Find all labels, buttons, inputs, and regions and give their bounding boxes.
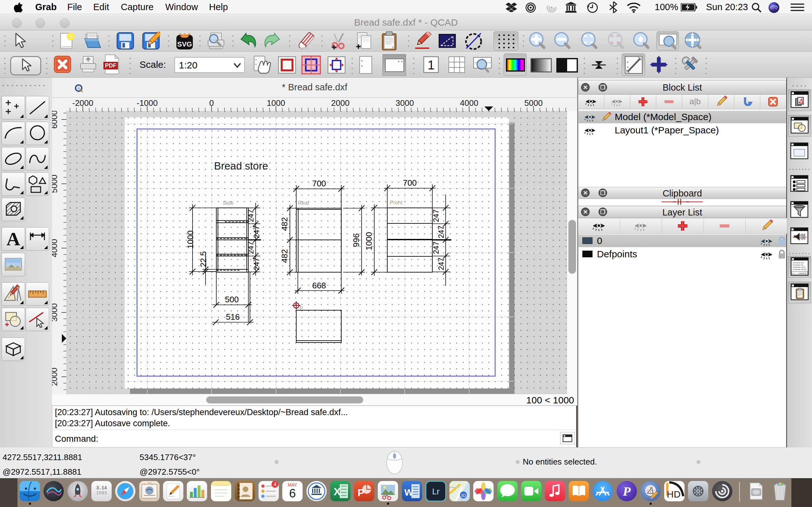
svg-text:Command: new: Command: new (793, 262, 804, 264)
svg-text:Command: line: Command: line (793, 264, 803, 266)
svg-text:4: 4 (274, 482, 276, 487)
svg-text:Lr: Lr (432, 487, 439, 496)
svg-text:Rear: Rear (298, 200, 310, 206)
svg-text:6: 6 (289, 487, 296, 500)
svg-text:Coordinate: 50,100: Coordinate: 50,100 (793, 268, 806, 270)
svg-text:Coordinate: 10,40: Coordinate: 10,40 (793, 266, 805, 268)
svg-text:5000: 5000 (52, 175, 59, 193)
svg-text:Bread store: Bread store (214, 160, 268, 172)
svg-text:P: P (623, 484, 631, 498)
svg-text:700: 700 (403, 178, 416, 187)
svg-text:PDF: PDF (105, 62, 116, 69)
svg-text:247: 247 (247, 241, 255, 254)
svg-text:1593: 1593 (96, 491, 107, 496)
svg-text:516: 516 (226, 312, 240, 322)
svg-text:247: 247 (432, 210, 440, 222)
svg-text:A: A (6, 228, 20, 249)
svg-text:1: 1 (427, 58, 435, 72)
svg-text:996: 996 (351, 233, 361, 247)
svg-text:p: p (300, 304, 303, 310)
svg-text:Front: Front (390, 200, 403, 206)
svg-text:668: 668 (312, 281, 326, 290)
svg-text:22.5: 22.5 (199, 251, 208, 268)
svg-text:Side: Side (223, 200, 234, 206)
svg-text:-1000: -1000 (137, 98, 158, 108)
svg-text:247: 247 (437, 226, 445, 238)
svg-text:3.14: 3.14 (96, 486, 107, 491)
svg-text:500: 500 (225, 295, 239, 304)
svg-text:6000: 6000 (52, 111, 59, 129)
svg-text:2000: 2000 (331, 98, 350, 108)
svg-text:3D: 3D (461, 493, 466, 498)
svg-text:0: 0 (209, 98, 214, 108)
svg-text:1000: 1000 (267, 98, 285, 108)
svg-text:700: 700 (312, 179, 326, 188)
svg-text:5000: 5000 (524, 98, 543, 108)
svg-text:SVG: SVG (177, 40, 192, 48)
svg-text:1000: 1000 (364, 232, 374, 250)
svg-text:247: 247 (437, 258, 445, 270)
svg-text:4000: 4000 (460, 98, 478, 108)
svg-text:247: 247 (247, 210, 255, 222)
svg-text:247: 247 (432, 241, 440, 254)
svg-text:X: X (334, 486, 341, 498)
svg-text:3000: 3000 (52, 303, 59, 322)
svg-text:2000: 2000 (52, 368, 59, 386)
svg-text:247: 247 (252, 258, 261, 270)
svg-text:HD: HD (667, 489, 680, 499)
svg-text:P: P (357, 487, 364, 498)
svg-text:-2000: -2000 (72, 98, 94, 108)
svg-text:247: 247 (252, 226, 261, 238)
svg-text:c: command: c: command (793, 272, 807, 274)
svg-text:4000: 4000 (52, 239, 59, 257)
svg-text:482: 482 (280, 249, 289, 263)
svg-text:W: W (404, 487, 414, 498)
svg-text:1000: 1000 (186, 230, 195, 249)
svg-text:3000: 3000 (396, 98, 414, 108)
svg-text:482: 482 (280, 217, 289, 231)
